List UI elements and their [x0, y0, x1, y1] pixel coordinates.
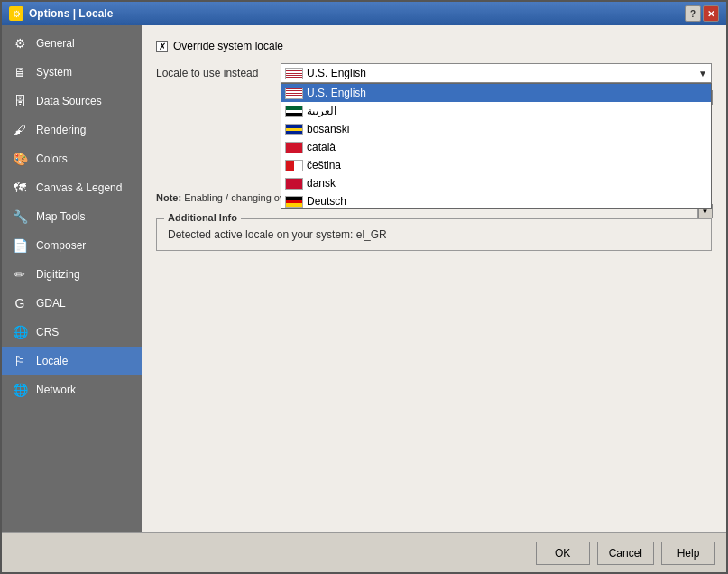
dropdown-selected: U.S. English: [285, 67, 366, 79]
locale-dropdown-list[interactable]: U.S. English العربية bosanski catal: [281, 83, 712, 209]
locale-option-da[interactable]: dansk: [281, 174, 711, 192]
additional-info-title: Additional Info: [164, 212, 241, 223]
flag-us-icon: [285, 88, 303, 99]
sidebar-label-rendering: Rendering: [36, 124, 86, 136]
flag-ar-icon: [285, 106, 303, 117]
dropdown-arrow-icon: ▼: [698, 69, 707, 79]
sidebar-icon-network: 🌐: [11, 381, 29, 399]
sidebar-item-digitizing[interactable]: ✏Digitizing: [2, 260, 142, 289]
detected-locale-text: Detected active locale on your system: e…: [168, 228, 387, 241]
locale-row: Locale to use instead U.S. English ▼ U: [156, 63, 712, 83]
sidebar-icon-colors: 🎨: [11, 150, 29, 168]
sidebar-item-rendering[interactable]: 🖌Rendering: [2, 116, 142, 144]
sidebar-label-locale: Locale: [36, 355, 68, 367]
sidebar-item-gdal[interactable]: GGDAL: [2, 289, 142, 318]
override-label[interactable]: Override system locale: [173, 40, 283, 52]
sidebar-item-composer[interactable]: 📄Composer: [2, 231, 142, 260]
app-icon: ⚙: [9, 6, 23, 21]
selected-locale-text: U.S. English: [307, 67, 366, 79]
sidebar: ⚙General🖥System🗄Data Sources🖌Rendering🎨C…: [2, 25, 142, 532]
sidebar-icon-system: 🖥: [11, 63, 29, 81]
sidebar-icon-digitizing: ✏: [11, 265, 29, 283]
locale-dropdown-button[interactable]: U.S. English ▼: [281, 63, 712, 83]
sidebar-label-digitizing: Digitizing: [36, 268, 80, 281]
sidebar-icon-general: ⚙: [11, 34, 29, 52]
sidebar-item-system[interactable]: 🖥System: [2, 58, 142, 87]
locale-to-use-label: Locale to use instead: [156, 67, 273, 79]
note-label: Note:: [156, 192, 181, 203]
sidebar-icon-map-tools: 🔧: [11, 208, 29, 226]
flag-ba-icon: [285, 124, 303, 135]
locale-label-ar: العربية: [307, 105, 336, 117]
sidebar-item-colors[interactable]: 🎨Colors: [2, 144, 142, 173]
window-title: Options | Locale: [29, 7, 113, 20]
flag-cz-icon: [285, 160, 303, 171]
cancel-button[interactable]: Cancel: [597, 542, 654, 565]
locale-label-de: Deutsch: [307, 195, 346, 208]
title-bar-buttons: ? ✕: [685, 5, 719, 22]
sidebar-label-system: System: [36, 66, 72, 79]
sidebar-icon-data-sources: 🗄: [11, 92, 29, 110]
sidebar-label-data-sources: Data Sources: [36, 95, 102, 107]
sidebar-item-map-tools[interactable]: 🔧Map Tools: [2, 202, 142, 231]
sidebar-item-network[interactable]: 🌐Network: [2, 375, 142, 404]
sidebar-item-locale[interactable]: 🏳Locale: [2, 347, 142, 375]
sidebar-item-general[interactable]: ⚙General: [2, 29, 142, 58]
override-row: ✗ Override system locale: [156, 40, 712, 52]
locale-option-cs[interactable]: čeština: [281, 156, 711, 174]
locale-label-cs: čeština: [307, 159, 341, 171]
sidebar-icon-canvas-legend: 🗺: [11, 179, 29, 197]
override-checkbox[interactable]: ✗: [156, 41, 168, 52]
flag-de-icon: [285, 196, 303, 208]
selected-flag-icon: [285, 68, 303, 79]
sidebar-icon-locale: 🏳: [11, 352, 29, 370]
sidebar-label-crs: CRS: [36, 326, 59, 338]
additional-info-section: Additional Info Detected active locale o…: [156, 218, 712, 251]
main-window: ⚙ Options | Locale ? ✕ ⚙General🖥System🗄D…: [0, 0, 728, 574]
locale-label-ca: català: [307, 141, 336, 153]
sidebar-label-colors: Colors: [36, 153, 68, 165]
sidebar-icon-composer: 📄: [11, 236, 29, 255]
title-bar: ⚙ Options | Locale ? ✕: [2, 2, 726, 25]
locale-option-bs[interactable]: bosanski: [281, 120, 711, 138]
help-bottom-button[interactable]: Help: [661, 542, 715, 565]
locale-option-ar[interactable]: العربية: [281, 102, 711, 120]
sidebar-label-gdal: GDAL: [36, 297, 66, 310]
title-bar-left: ⚙ Options | Locale: [9, 6, 113, 21]
close-button[interactable]: ✕: [703, 5, 719, 22]
sidebar-label-general: General: [36, 37, 75, 50]
sidebar-icon-rendering: 🖌: [11, 121, 29, 139]
locale-label-en_US: U.S. English: [307, 87, 366, 99]
content-area: ✗ Override system locale Locale to use i…: [142, 25, 726, 532]
sidebar-label-canvas-legend: Canvas & Legend: [36, 181, 122, 194]
flag-dk-icon: [285, 178, 303, 190]
ok-button[interactable]: OK: [536, 542, 590, 565]
locale-option-en_US[interactable]: U.S. English: [281, 84, 711, 102]
sidebar-label-map-tools: Map Tools: [36, 210, 85, 223]
locale-option-de[interactable]: Deutsch: [281, 192, 711, 209]
locale-label-da: dansk: [307, 177, 336, 190]
flag-ca-icon: [285, 142, 303, 153]
locale-label-bs: bosanski: [307, 123, 349, 135]
main-content: ⚙General🖥System🗄Data Sources🖌Rendering🎨C…: [2, 25, 726, 532]
sidebar-item-canvas-legend[interactable]: 🗺Canvas & Legend: [2, 173, 142, 202]
locale-option-ca[interactable]: català: [281, 138, 711, 156]
sidebar-item-data-sources[interactable]: 🗄Data Sources: [2, 87, 142, 116]
sidebar-label-network: Network: [36, 384, 76, 396]
help-button[interactable]: ?: [685, 5, 701, 22]
sidebar-item-crs[interactable]: 🌐CRS: [2, 318, 142, 347]
bottom-bar: OK Cancel Help: [2, 532, 726, 572]
sidebar-icon-gdal: G: [11, 294, 29, 312]
sidebar-icon-crs: 🌐: [11, 323, 29, 341]
locale-dropdown-container: U.S. English ▼ U.S. English العربية: [281, 63, 712, 83]
sidebar-label-composer: Composer: [36, 239, 86, 252]
